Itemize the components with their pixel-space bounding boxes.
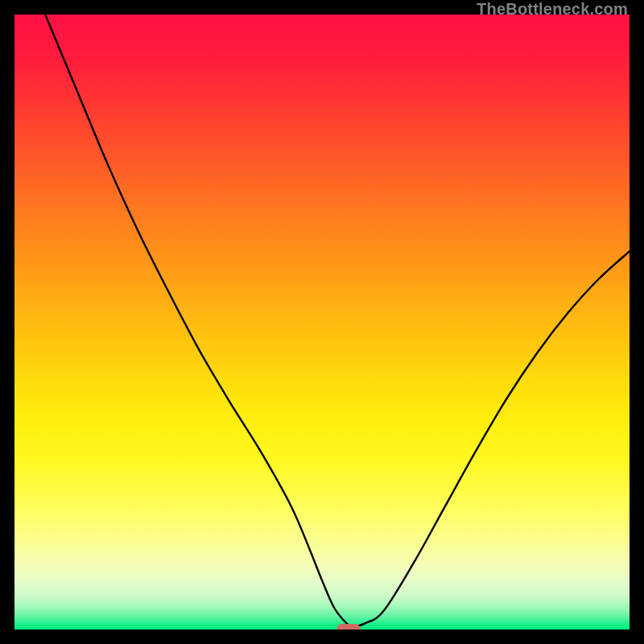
plot-area (14, 14, 630, 630)
gradient-background (14, 14, 630, 630)
optimal-marker (336, 624, 361, 630)
chart-container: TheBottleneck.com (0, 0, 644, 644)
